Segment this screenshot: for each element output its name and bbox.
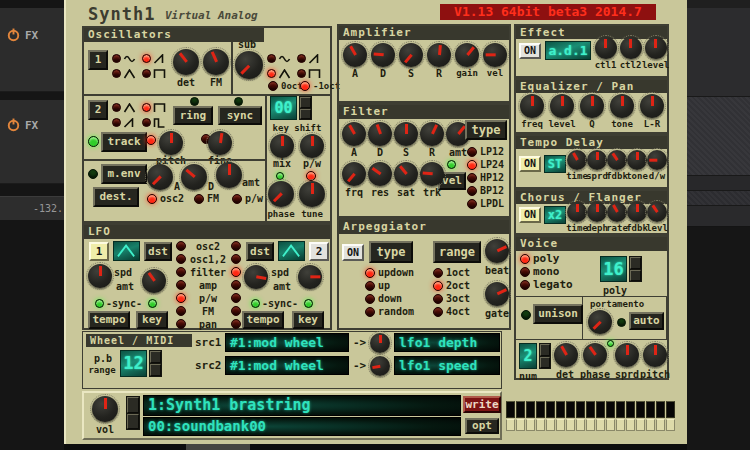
osc2-wave-triangle[interactable] <box>112 103 142 113</box>
opt-button[interactable]: opt <box>465 418 499 434</box>
led[interactable] <box>147 194 157 204</box>
sub-oct0-radio[interactable]: 0oct <box>268 81 303 91</box>
attack-knob[interactable] <box>343 43 367 67</box>
led[interactable] <box>142 103 151 112</box>
led[interactable] <box>467 199 477 209</box>
led[interactable] <box>194 194 204 204</box>
dest-fm-radio[interactable]: FM <box>194 194 219 204</box>
led[interactable] <box>520 280 530 290</box>
level-knob[interactable] <box>645 37 667 59</box>
level-knob[interactable] <box>550 94 574 118</box>
spin-up[interactable] <box>300 97 311 108</box>
lfo1-dest-filter-led[interactable] <box>176 267 186 277</box>
decay-knob[interactable] <box>368 122 392 146</box>
led[interactable] <box>365 281 375 291</box>
lfo2-dst-button[interactable]: dst <box>246 242 274 261</box>
sub-osc-knob[interactable] <box>235 51 263 79</box>
arp-range-4oct[interactable]: 4oct <box>433 307 470 317</box>
voice-mode-mono[interactable]: mono <box>520 267 560 277</box>
led[interactable] <box>467 160 477 170</box>
delay-on-button[interactable]: ON <box>519 156 541 172</box>
spin-up[interactable] <box>630 257 641 269</box>
sustain-knob[interactable] <box>394 122 418 146</box>
mod-env-dest-button[interactable]: dest. <box>93 187 139 207</box>
lfo2-tempo-button[interactable]: tempo <box>242 311 284 329</box>
lfo2-wave-display[interactable] <box>278 241 305 261</box>
arp-range-2oct[interactable]: 2oct <box>433 281 470 291</box>
time-knob[interactable] <box>567 202 587 222</box>
tone-knob[interactable] <box>627 150 647 170</box>
pitchbend-range-display[interactable]: 12 <box>120 350 147 377</box>
lfo2-dest-amp-led[interactable] <box>231 280 241 290</box>
src1-dest-display[interactable]: lfo1 depth <box>394 333 500 352</box>
arp-on-button[interactable]: ON <box>342 244 364 261</box>
depth-knob[interactable] <box>587 202 607 222</box>
unison-phase-knob[interactable] <box>583 343 607 367</box>
dest-osc2-radio[interactable]: osc2 <box>147 194 184 204</box>
led[interactable] <box>365 294 375 304</box>
unison-num-display[interactable]: 2 <box>519 343 537 369</box>
osc1-wave-saw[interactable] <box>142 54 174 64</box>
filter-mode-bp12[interactable]: BP12 <box>467 186 504 196</box>
led[interactable] <box>520 254 530 264</box>
decay-knob[interactable] <box>371 43 395 67</box>
osc2-fine-knob[interactable] <box>208 131 232 155</box>
time-knob[interactable] <box>567 150 587 170</box>
dest-pw-radio[interactable]: p/w <box>232 194 263 204</box>
osc1-wave-square[interactable] <box>142 69 174 79</box>
sub-oct-minus1-radio[interactable]: -1oct <box>300 81 340 91</box>
src1-amount-knob[interactable] <box>370 333 390 353</box>
lfo1-amount-knob[interactable] <box>142 269 166 293</box>
led[interactable] <box>267 54 276 63</box>
sustain-knob[interactable] <box>399 43 423 67</box>
soundbank-display[interactable]: 00:soundbank00 <box>143 417 461 436</box>
preset-name-display[interactable]: 1:Synth1 brastring <box>143 395 461 416</box>
filter-mode-lp12[interactable]: LP12 <box>467 147 504 157</box>
voice-mode-legato[interactable]: legato <box>520 280 573 290</box>
led[interactable] <box>232 194 242 204</box>
src1-source-display[interactable]: #1:mod wheel <box>225 333 349 352</box>
poly-spinner[interactable] <box>629 256 642 282</box>
ctl2-knob[interactable] <box>620 37 642 59</box>
spin-down[interactable] <box>150 364 161 376</box>
unison-spread-knob[interactable] <box>615 343 639 367</box>
lfo2-dest-filter-led[interactable] <box>231 267 241 277</box>
key-shift-display[interactable]: 00 <box>270 96 297 120</box>
q-knob[interactable] <box>580 94 604 118</box>
pulse-width-knob[interactable] <box>300 134 324 158</box>
arp-type-button[interactable]: type <box>369 241 413 263</box>
poly-count-display[interactable]: 16 <box>600 256 627 282</box>
mod-env-amount-knob[interactable] <box>216 162 242 188</box>
led[interactable] <box>297 69 306 78</box>
attack-knob[interactable] <box>342 122 366 146</box>
arp-range-3oct[interactable]: 3oct <box>433 294 470 304</box>
osc2-select-button[interactable]: 2 <box>88 100 108 120</box>
osc1-select-button[interactable]: 1 <box>88 50 108 70</box>
lfo2-speed-knob[interactable] <box>244 265 268 289</box>
spin-down[interactable] <box>127 414 139 430</box>
tracking-knob[interactable] <box>420 162 444 186</box>
voice-mode-poly[interactable]: poly <box>520 254 560 264</box>
led[interactable] <box>433 307 443 317</box>
num-spinner[interactable] <box>539 343 551 369</box>
feedback-knob[interactable] <box>627 202 647 222</box>
ctl1-knob[interactable] <box>595 37 617 59</box>
spin-up[interactable] <box>127 397 139 413</box>
portamento-auto-button[interactable]: auto <box>629 312 664 330</box>
mod-env-button[interactable]: m.env <box>101 164 147 184</box>
sub-wave-triangle[interactable] <box>267 69 297 79</box>
sub-wave-saw[interactable] <box>297 54 329 64</box>
power-icon[interactable] <box>7 118 20 132</box>
led[interactable] <box>142 54 151 63</box>
mix-knob[interactable] <box>270 134 294 158</box>
phase-knob[interactable] <box>268 181 294 207</box>
unison-pitch-knob[interactable] <box>643 343 667 367</box>
write-button[interactable]: write <box>463 396 501 413</box>
chorus-on-button[interactable]: ON <box>519 207 541 223</box>
spread-knob[interactable] <box>587 150 607 170</box>
fx-slot-2[interactable]: FX <box>7 118 38 132</box>
master-volume-knob[interactable] <box>92 396 118 422</box>
track-button[interactable]: track <box>101 132 147 152</box>
led[interactable] <box>520 267 530 277</box>
led[interactable] <box>112 69 121 78</box>
